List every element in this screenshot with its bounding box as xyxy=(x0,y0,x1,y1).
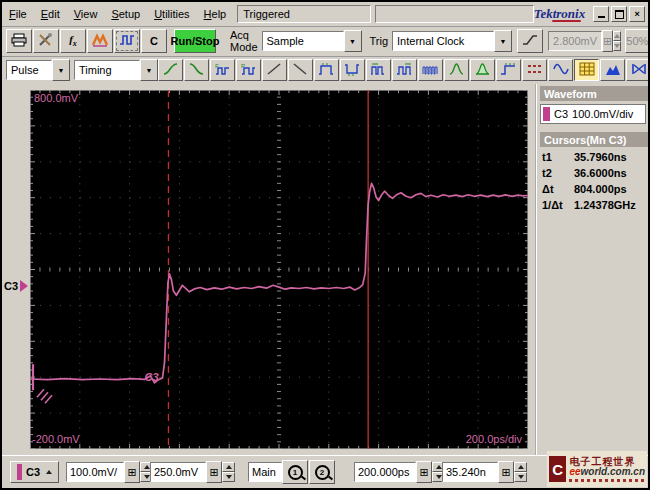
positive-width-measure-button[interactable] xyxy=(314,59,339,81)
maximize-button[interactable] xyxy=(611,6,627,22)
menu-edit[interactable]: Edit xyxy=(34,5,67,23)
waveform-database-button[interactable] xyxy=(87,29,113,53)
measure-category-value: Pulse xyxy=(6,60,52,80)
waveform-icon xyxy=(92,33,108,49)
cursor-value: 1.24378GHz xyxy=(574,199,636,211)
svg-text:C3: C3 xyxy=(145,371,159,383)
horizontal-position-spinner[interactable] xyxy=(514,462,527,482)
negative-width-measure-button[interactable] xyxy=(340,59,365,81)
bell-curve-filled-icon xyxy=(474,62,491,78)
keypad-icon[interactable]: ⊞ xyxy=(416,461,432,483)
run-stop-button[interactable]: Run/Stop xyxy=(174,29,216,53)
fall-time-measure-button[interactable] xyxy=(184,59,209,81)
acq-mode-select[interactable]: Sample ▼ xyxy=(262,31,362,51)
chevron-down-icon[interactable]: ▼ xyxy=(52,59,70,81)
cursor-value: 35.7960ns xyxy=(574,151,627,163)
vertical-scale-field[interactable]: 100.0mV/ xyxy=(66,462,124,482)
bell-curve-icon xyxy=(448,62,465,78)
app-window: File Edit View Setup Utilities Help Trig… xyxy=(0,0,650,490)
menu-help[interactable]: Help xyxy=(197,5,234,23)
channel-color-swatch xyxy=(543,107,550,121)
cursors-panel-header: Cursors(Mn C3) xyxy=(540,132,648,147)
mask-view-button[interactable] xyxy=(626,59,650,81)
cursor-label: 1/Δt xyxy=(542,199,574,211)
acq-mode-label: Acq Mode xyxy=(230,29,258,53)
waveform-panel-header: Waveform xyxy=(540,86,648,101)
settling-measure-button[interactable] xyxy=(496,59,521,81)
horizontal-view-control: Main 1 2 xyxy=(248,461,336,483)
histogram-peak-measure-button[interactable] xyxy=(470,59,495,81)
pulse-signal-button[interactable] xyxy=(114,29,140,53)
measure-group-value: Timing xyxy=(74,60,140,80)
negative-width-icon xyxy=(344,62,361,78)
period-measure-button[interactable]: P xyxy=(236,59,261,81)
clear-button[interactable]: C xyxy=(141,29,167,53)
horizontal-scale-control: 200.000ps ⊞ xyxy=(354,461,445,483)
graticule-svg: C3 xyxy=(30,90,528,449)
chevron-down-icon[interactable]: ▼ xyxy=(140,59,158,81)
channel-select-button[interactable]: C3 xyxy=(10,461,59,483)
trig-slope-button[interactable] xyxy=(517,29,543,53)
vertical-offset-spinner[interactable] xyxy=(222,462,235,482)
channel-marker[interactable]: C3 xyxy=(4,280,28,292)
horizontal-position-field[interactable]: 35.240n xyxy=(442,462,498,482)
burst-width-measure-button[interactable] xyxy=(418,59,443,81)
math-button[interactable]: fx xyxy=(60,29,86,53)
trigger-status: Triggered xyxy=(237,5,371,23)
zoom1-button[interactable]: 1 xyxy=(282,460,308,484)
positive-duty-icon xyxy=(370,62,387,78)
keypad-icon[interactable]: ⊞ xyxy=(498,461,514,483)
menu-utilities[interactable]: Utilities xyxy=(147,5,196,23)
horizontal-scale-field[interactable]: 200.000ps xyxy=(354,462,416,482)
cursor-label: Δt xyxy=(542,183,574,195)
menu-view[interactable]: View xyxy=(67,5,105,23)
negative-duty-measure-button[interactable] xyxy=(392,59,417,81)
watermark-domain: eeworld.com.cn xyxy=(569,467,645,478)
cursor-value: 36.6000ns xyxy=(574,167,627,179)
print-button[interactable] xyxy=(6,29,32,53)
measure-category-select[interactable]: Pulse ▼ xyxy=(6,60,70,80)
grid-view-button[interactable] xyxy=(574,59,599,81)
magnifier-2-icon: 2 xyxy=(315,465,330,480)
minimize-button[interactable] xyxy=(593,6,609,22)
graticule[interactable]: C3 800.0mV -200.0mV 200.0ps/div xyxy=(30,90,528,449)
rise-time-measure-button[interactable] xyxy=(158,59,183,81)
top-voltage-label: 800.0mV xyxy=(34,92,78,104)
chevron-down-icon[interactable]: ▼ xyxy=(494,30,512,52)
cursor-row-dt: Δt 804.000ps xyxy=(542,183,646,195)
cursor-value: 804.000ps xyxy=(574,183,627,195)
cursor-row-inv-dt: 1/Δt 1.24378GHz xyxy=(542,199,646,211)
keypad-icon[interactable]: ⊞ xyxy=(206,461,222,483)
tektronix-logo: Tektronix xyxy=(534,6,586,22)
chevron-down-icon[interactable]: ▼ xyxy=(344,30,362,52)
trig-level-spinner xyxy=(613,31,621,51)
horizontal-view-field[interactable]: Main xyxy=(248,462,282,482)
waveform-entry[interactable]: C3 100.0mV/div xyxy=(540,104,646,124)
histogram-view-button[interactable] xyxy=(600,59,625,81)
tools-icon xyxy=(38,33,54,49)
menu-file[interactable]: File xyxy=(2,5,34,23)
menu-setup[interactable]: Setup xyxy=(104,5,147,23)
frequency-measure-button[interactable]: F xyxy=(210,59,235,81)
setup-tools-button[interactable] xyxy=(33,29,59,53)
falling-delay-measure-button[interactable] xyxy=(288,59,313,81)
measure-group-select[interactable]: Timing ▼ xyxy=(74,60,158,80)
histogram-mean-measure-button[interactable] xyxy=(444,59,469,81)
trig-source-select[interactable]: Internal Clock ▼ xyxy=(392,31,512,51)
close-button[interactable]: × xyxy=(629,6,645,22)
rising-delay-measure-button[interactable] xyxy=(262,59,287,81)
fx-icon: fx xyxy=(69,33,77,48)
zoom2-button[interactable]: 2 xyxy=(309,460,335,484)
eye-mask-icon xyxy=(631,62,647,78)
positive-duty-measure-button[interactable] xyxy=(366,59,391,81)
status-blank xyxy=(375,5,533,23)
bottom-voltage-label: -200.0mV xyxy=(32,433,80,445)
vertical-offset-control: 250.0mV ⊞ xyxy=(150,461,235,483)
vertical-offset-field[interactable]: 250.0mV xyxy=(150,462,206,482)
rise-time-icon xyxy=(162,62,179,78)
waveform-view-button[interactable] xyxy=(548,59,573,81)
magnifier-1-icon: 1 xyxy=(288,465,303,480)
keypad-icon[interactable]: ⊞ xyxy=(124,461,140,483)
cursors-view-button[interactable] xyxy=(522,59,547,81)
channel-color-strip xyxy=(17,464,22,480)
